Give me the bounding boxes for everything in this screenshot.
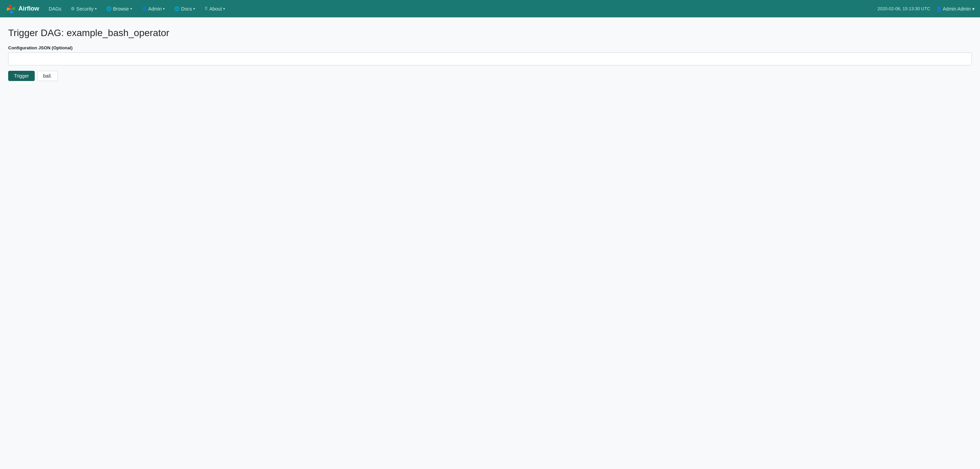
brand-link[interactable]: Airflow	[5, 3, 39, 14]
browse-caret-icon: ▾	[130, 7, 132, 11]
nav-item-docs[interactable]: 🌐 Docs ▾	[170, 3, 199, 14]
nav-item-about[interactable]: ⠿ About ▾	[200, 3, 229, 14]
brand-name: Airflow	[18, 5, 39, 12]
gear-icon: ⚙	[71, 6, 75, 11]
docs-caret-icon: ▾	[193, 7, 195, 11]
navbar: Airflow DAGs ⚙ Security ▾ 🌐 Browse ▾ 👤 A…	[0, 0, 980, 17]
nav-security-label: Security	[76, 6, 94, 11]
browse-globe-icon: 🌐	[106, 6, 111, 11]
about-grid-icon: ⠿	[205, 6, 208, 11]
nav-item-dags[interactable]: DAGs	[45, 3, 65, 14]
button-row: Trigger bail.	[8, 71, 972, 81]
admin-caret-icon: ▾	[163, 7, 165, 11]
security-caret-icon: ▾	[95, 7, 97, 11]
nav-docs-label: Docs	[181, 6, 192, 11]
config-label: Configuration JSON (Optional)	[8, 45, 972, 50]
nav-item-security[interactable]: ⚙ Security ▾	[67, 3, 101, 14]
bail-button[interactable]: bail.	[37, 71, 58, 81]
datetime-display: 2020-02-06, 15:13:30 UTC	[878, 6, 930, 11]
docs-globe-icon: 🌐	[174, 6, 180, 11]
admin-user-icon: 👤	[142, 6, 147, 11]
main-content: Trigger DAG: example_bash_operator Confi…	[0, 17, 980, 469]
nav-item-browse[interactable]: 🌐 Browse ▾	[102, 3, 136, 14]
nav-item-admin[interactable]: 👤 Admin ▾	[137, 3, 169, 14]
nav-browse-label: Browse	[113, 6, 129, 11]
nav-right: 2020-02-06, 15:13:30 UTC 👤 Admin Admin ▾	[878, 6, 975, 11]
config-json-input[interactable]	[8, 52, 972, 65]
page-title: Trigger DAG: example_bash_operator	[8, 27, 972, 38]
config-form: Configuration JSON (Optional)	[8, 45, 972, 65]
about-caret-icon: ▾	[223, 7, 225, 11]
user-menu[interactable]: 👤 Admin Admin ▾	[936, 6, 975, 11]
nav-admin-label: Admin	[148, 6, 162, 11]
nav-dags-label: DAGs	[49, 6, 61, 11]
airflow-logo-icon	[5, 3, 16, 14]
trigger-button[interactable]: Trigger	[8, 71, 35, 81]
user-name: Admin Admin	[943, 6, 971, 11]
user-caret-icon: ▾	[972, 6, 975, 11]
user-icon: 👤	[936, 6, 942, 11]
nav-about-label: About	[209, 6, 222, 11]
nav-items: DAGs ⚙ Security ▾ 🌐 Browse ▾ 👤 Admin ▾ 🌐…	[45, 3, 878, 14]
